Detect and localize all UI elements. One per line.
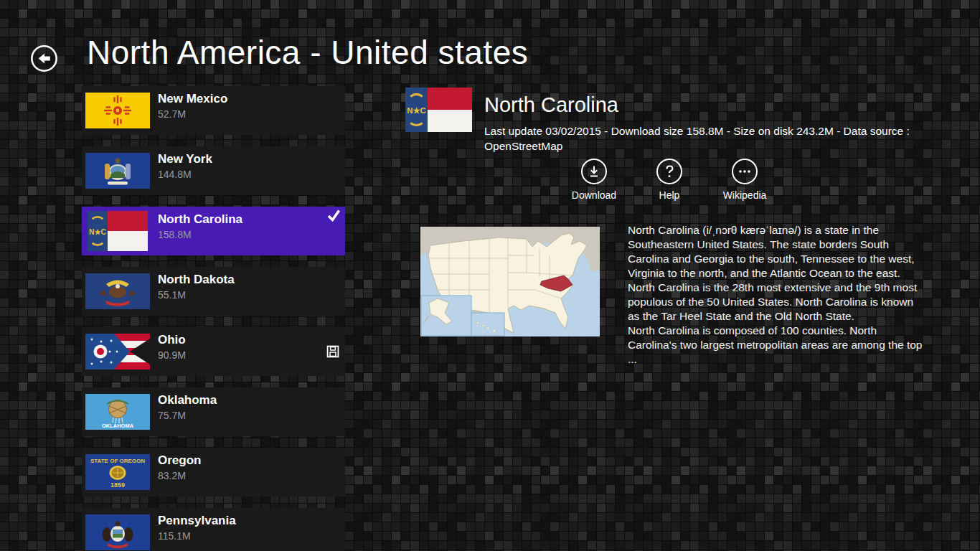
list-item-north-dakota[interactable]: North Dakota 55.1M [82, 267, 345, 316]
ellipsis-circle-icon [738, 164, 752, 179]
download-label: Download [572, 189, 616, 201]
back-button[interactable] [30, 44, 58, 72]
list-item-new-mexico[interactable]: New Mexico 52.7M [82, 86, 345, 135]
page-title: North America - United states [87, 33, 528, 72]
flag-oregon: STATE OF OREGON 1859 [85, 454, 150, 490]
flag-new-york [85, 153, 150, 189]
state-name: Oregon [158, 453, 201, 468]
help-label: Help [659, 189, 680, 201]
list-item-oregon[interactable]: STATE OF OREGON 1859 Oregon 83.2M [82, 448, 345, 496]
flag-oklahoma: OKLAHOMA [85, 394, 150, 430]
wikipedia-label: Wikipedia [723, 189, 767, 201]
flag-new-mexico [85, 93, 150, 128]
list-item-new-york[interactable]: New York 144.8M [82, 146, 345, 195]
state-name: Ohio [158, 333, 186, 347]
flag-north-dakota [85, 273, 150, 309]
svg-text:N★C: N★C [407, 106, 426, 115]
download-button[interactable] [581, 159, 607, 184]
us-map-north-carolina-highlighted [420, 227, 600, 336]
flag-ohio [85, 334, 150, 369]
state-name: New York [158, 152, 212, 166]
state-size: 55.1M [158, 289, 186, 301]
list-item-pennsylvania[interactable]: Pennsylvania 115.1M [82, 508, 345, 551]
check-icon [326, 208, 341, 222]
back-arrow-circle-icon [30, 44, 58, 72]
state-size: 144.8M [158, 169, 192, 180]
flag-north-carolina: N★C [85, 211, 151, 251]
state-size: 158.8M [158, 229, 192, 240]
wikipedia-action: Wikipedia [714, 159, 776, 201]
app-window: North America - United states New Mexico… [0, 0, 980, 551]
svg-text:STATE OF OREGON: STATE OF OREGON [90, 458, 145, 464]
svg-text:OKLAHOMA: OKLAHOMA [102, 423, 134, 429]
state-size: 52.7M [158, 108, 186, 120]
state-name: North Carolina [158, 212, 242, 227]
states-list: New Mexico 52.7M New York 144.8M [82, 86, 345, 551]
detail-title: North Carolina [484, 93, 618, 117]
help-action: Help [639, 159, 700, 201]
detail-meta: Last update 03/02/2015 - Download size 1… [484, 123, 929, 154]
list-item-north-carolina[interactable]: N★C North Carolina 158.8M [82, 207, 345, 255]
save-icon [326, 345, 339, 358]
state-size: 90.9M [158, 349, 186, 361]
question-mark-circle-icon [662, 164, 677, 179]
state-name: North Dakota [158, 273, 235, 287]
action-bar: Download Help Wikipedia [563, 159, 776, 201]
wikipedia-button[interactable] [732, 159, 758, 184]
state-size: 83.2M [158, 470, 186, 481]
help-button[interactable] [656, 159, 682, 184]
download-action: Download [563, 159, 625, 201]
state-name: Pennsylvania [158, 514, 236, 528]
state-size: 115.1M [158, 530, 191, 542]
flag-pennsylvania [85, 514, 150, 550]
state-name: Oklahoma [158, 393, 217, 408]
svg-text:N★C: N★C [89, 228, 107, 236]
svg-text:1859: 1859 [110, 481, 125, 489]
state-size: 75.7M [158, 410, 186, 421]
download-arrow-circle-icon [587, 164, 601, 179]
state-description: North Carolina (i/ˌnɔrθ kærəˈlaɪnə/) is … [628, 223, 925, 367]
detail-flag-north-carolina: N★C [405, 88, 472, 132]
list-item-ohio[interactable]: Ohio 90.9M [82, 327, 345, 376]
state-name: New Mexico [158, 92, 227, 106]
list-item-oklahoma[interactable]: OKLAHOMA Oklahoma 75.7M [82, 387, 345, 436]
